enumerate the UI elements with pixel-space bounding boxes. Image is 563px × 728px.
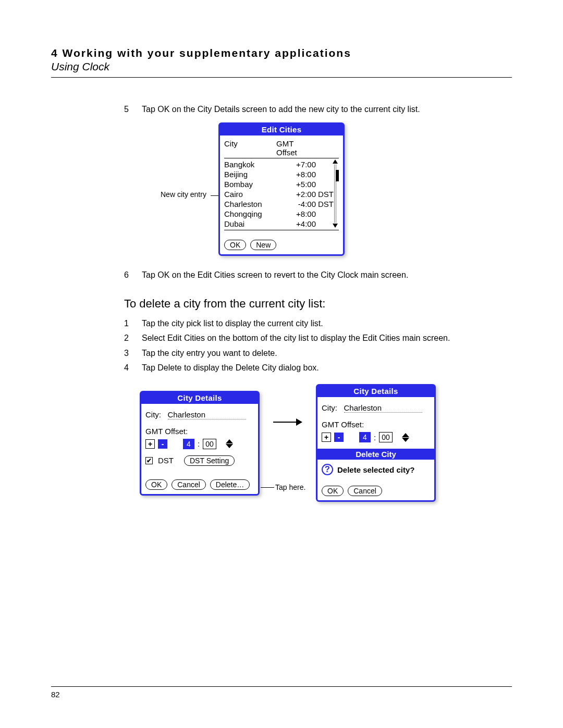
- new-button[interactable]: New: [250, 240, 276, 250]
- arrow-right-icon: [272, 418, 303, 426]
- step-text: Select Edit Cities on the bottom of the …: [142, 332, 512, 344]
- city-field[interactable]: Charleston: [168, 410, 246, 419]
- city-details-title: City Details: [141, 392, 258, 404]
- callout-line: [261, 487, 274, 488]
- col-header-gmt: GMT Offset: [276, 139, 316, 157]
- table-row[interactable]: Dubai +4:00: [224, 219, 339, 229]
- minute-field[interactable]: 00: [379, 432, 393, 442]
- city-details-dialog-left: City Details City: Charleston GMT Offset…: [140, 391, 260, 496]
- step-number: 3: [124, 348, 142, 359]
- scroll-down-icon[interactable]: [333, 224, 338, 228]
- step-number: 4: [124, 362, 142, 374]
- delete-button[interactable]: Delete…: [210, 479, 250, 490]
- edit-cities-header: City GMT Offset: [224, 139, 339, 158]
- table-row[interactable]: Bombay +5:00: [224, 179, 339, 189]
- ok-button[interactable]: OK: [224, 240, 246, 250]
- header-rule: [51, 77, 512, 78]
- chevron-up-icon[interactable]: [402, 433, 409, 437]
- section-title: Using Clock: [51, 60, 512, 73]
- sign-minus-button[interactable]: -: [334, 433, 344, 442]
- edit-cities-title: Edit Cities: [220, 124, 343, 135]
- sign-plus-button[interactable]: +: [145, 439, 155, 449]
- ok-button[interactable]: OK: [145, 479, 167, 490]
- step-number: 2: [124, 332, 142, 344]
- scroll-thumb[interactable]: [336, 170, 339, 181]
- callout-new-city: New city entry: [161, 190, 206, 199]
- subheading-delete-city: To delete a city from the current city l…: [124, 297, 512, 311]
- edit-cities-list: Bangkok +7:00 Beijing +8:00 Bombay +5:00: [224, 159, 339, 230]
- cancel-button[interactable]: Cancel: [172, 479, 206, 490]
- chevron-up-icon[interactable]: [226, 439, 233, 443]
- step-text: Tap Delete to display the Delete City di…: [142, 362, 512, 374]
- dst-setting-button[interactable]: DST Setting: [184, 455, 235, 466]
- edit-cities-dialog: Edit Cities City GMT Offset Bangkok +7:0…: [218, 122, 345, 256]
- city-details-title: City Details: [317, 386, 434, 397]
- chevron-down-icon[interactable]: [402, 438, 409, 442]
- page-number: 82: [51, 690, 512, 699]
- delete-prompt: Delete selected city?: [337, 465, 414, 474]
- step-text: Tap OK on the Edit Cities screen to reve…: [142, 269, 512, 281]
- table-row[interactable]: Charleston -4:00 DST: [224, 199, 339, 209]
- minute-field[interactable]: 00: [203, 439, 216, 449]
- table-row[interactable]: Cairo +2:00 DST: [224, 189, 339, 199]
- gmt-offset-label: GMT Offset:: [145, 427, 254, 436]
- steps-upper: 5 Tap OK on the City Details screen to a…: [124, 104, 512, 115]
- cancel-button[interactable]: Cancel: [348, 486, 382, 496]
- chevron-down-icon[interactable]: [226, 444, 233, 448]
- dst-checkbox[interactable]: ✔: [145, 457, 153, 464]
- step-number: 5: [124, 104, 142, 115]
- steps-middle: 6 Tap OK on the Edit Cities screen to re…: [124, 269, 512, 281]
- table-row[interactable]: Chongqing +8:00: [224, 209, 339, 219]
- ok-button[interactable]: OK: [322, 486, 344, 496]
- question-icon: ?: [322, 464, 333, 475]
- city-label: City:: [145, 410, 161, 419]
- offset-stepper[interactable]: [226, 439, 233, 448]
- city-details-dialog-right: City Details City: Charleston GMT Offset…: [316, 384, 436, 502]
- step-number: 6: [124, 269, 142, 281]
- callout-tap-here: Tap here.: [275, 483, 305, 491]
- scrollbar[interactable]: [333, 159, 338, 228]
- city-field[interactable]: Charleston: [344, 403, 422, 413]
- step-number: 1: [124, 318, 142, 329]
- hour-field[interactable]: 4: [183, 439, 194, 449]
- delete-city-header: Delete City: [317, 449, 434, 460]
- col-header-city: City: [224, 139, 276, 157]
- footer-rule: [51, 686, 512, 687]
- offset-stepper[interactable]: [402, 433, 409, 442]
- table-row[interactable]: Bangkok +7:00: [224, 159, 339, 169]
- city-label: City:: [322, 403, 337, 412]
- table-row[interactable]: Beijing +8:00: [224, 169, 339, 179]
- scroll-up-icon[interactable]: [333, 159, 338, 164]
- steps-lower: 1 Tap the city pick list to display the …: [124, 318, 512, 374]
- step-text: Tap the city pick list to display the cu…: [142, 318, 512, 329]
- hour-field[interactable]: 4: [359, 432, 371, 442]
- step-text: Tap the city entry you want to delete.: [142, 348, 512, 359]
- gmt-offset-label: GMT Offset:: [322, 420, 430, 429]
- dst-label: DST: [158, 456, 174, 465]
- sign-minus-button[interactable]: -: [158, 439, 167, 449]
- sign-plus-button[interactable]: +: [322, 433, 331, 442]
- step-text: Tap OK on the City Details screen to add…: [142, 104, 512, 115]
- chapter-title: 4 Working with your supplementary applic…: [51, 47, 512, 59]
